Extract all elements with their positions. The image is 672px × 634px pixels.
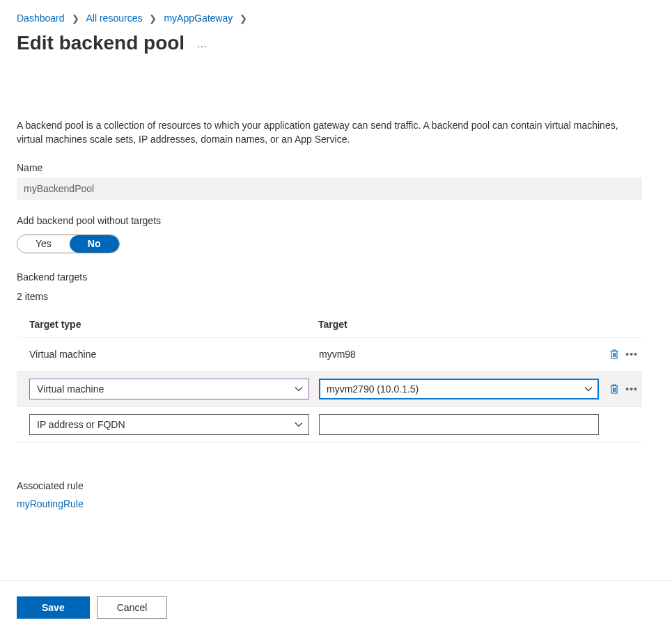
name-input[interactable] xyxy=(17,177,642,200)
targets-table: Target type Target Virtual machine myvm9… xyxy=(17,312,642,443)
target-value-text: myvm98 xyxy=(319,349,356,360)
no-targets-toggle[interactable]: Yes No xyxy=(17,235,120,253)
trash-icon[interactable] xyxy=(609,383,620,395)
trash-icon[interactable] xyxy=(609,349,620,360)
chevron-down-icon xyxy=(295,385,303,393)
chevron-right-icon: ❯ xyxy=(72,13,79,24)
column-header-type: Target type xyxy=(29,319,318,330)
name-label: Name xyxy=(17,162,655,173)
footer-bar: Save Cancel xyxy=(0,580,672,634)
chevron-right-icon: ❯ xyxy=(149,13,157,24)
toggle-no[interactable]: No xyxy=(70,235,119,253)
items-count: 2 items xyxy=(17,291,655,302)
save-button[interactable]: Save xyxy=(17,596,90,619)
more-icon[interactable]: ••• xyxy=(625,383,638,395)
more-icon[interactable]: ··· xyxy=(197,35,208,51)
select-value: myvm2790 (10.0.1.5) xyxy=(327,383,419,395)
select-value: Virtual machine xyxy=(37,383,104,395)
associated-rule-link[interactable]: myRoutingRule xyxy=(17,498,84,509)
table-row: Virtual machine myvm98 ••• xyxy=(17,338,642,372)
no-targets-label: Add backend pool without targets xyxy=(17,215,655,226)
associated-rule-label: Associated rule xyxy=(17,480,655,491)
breadcrumb-link-dashboard[interactable]: Dashboard xyxy=(17,13,65,24)
chevron-down-icon xyxy=(295,420,303,429)
page-title: Edit backend pool xyxy=(17,32,185,54)
target-type-text: Virtual machine xyxy=(29,349,96,360)
target-value-select[interactable]: myvm2790 (10.0.1.5) xyxy=(319,379,599,399)
target-value-select[interactable] xyxy=(319,414,599,435)
chevron-down-icon xyxy=(584,385,593,393)
target-type-select[interactable]: Virtual machine xyxy=(29,379,309,399)
table-row: IP address or FQDN xyxy=(17,407,642,443)
page-description: A backend pool is a collection of resour… xyxy=(17,118,643,147)
target-type-select[interactable]: IP address or FQDN xyxy=(29,414,309,435)
breadcrumb-link-all-resources[interactable]: All resources xyxy=(86,13,143,24)
breadcrumb: Dashboard ❯ All resources ❯ myAppGateway… xyxy=(17,13,655,24)
select-value: IP address or FQDN xyxy=(37,419,125,430)
backend-targets-label: Backend targets xyxy=(17,271,655,283)
breadcrumb-link-resource[interactable]: myAppGateway xyxy=(164,13,233,24)
table-row: Virtual machine myvm2790 (10.0.1.5) ••• xyxy=(17,372,642,407)
toggle-yes[interactable]: Yes xyxy=(17,235,70,253)
more-icon[interactable]: ••• xyxy=(625,349,638,360)
cancel-button[interactable]: Cancel xyxy=(97,596,168,619)
chevron-right-icon: ❯ xyxy=(240,13,247,24)
column-header-target: Target xyxy=(318,319,642,330)
